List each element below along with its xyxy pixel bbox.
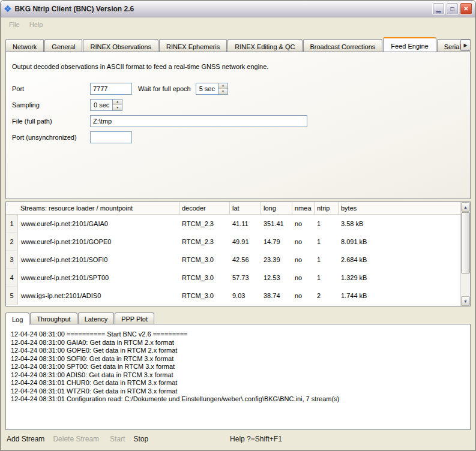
table-row[interactable]: 5 www.igs-ip.net:2101/ADIS0 RTCM_3.0 9.0… (6, 287, 460, 305)
cell-lat: 57.73 (229, 274, 261, 281)
bottom-tab-bar: Log Throughput Latency PPP Plot (5, 312, 471, 324)
maximize-button[interactable]: □ (446, 2, 459, 15)
cell-decoder: RTCM_2.3 (179, 238, 229, 245)
file-path-input[interactable] (90, 115, 307, 127)
cell-ntrip: 1 (314, 238, 338, 245)
log-line: 12-04-24 08:31:00 ADIS0: Get data in RTC… (11, 371, 465, 380)
tab-throughput[interactable]: Throughput (30, 312, 77, 324)
cell-nmea: no (292, 274, 314, 281)
spin-down-icon[interactable]: ▼ (113, 105, 122, 110)
tab-network[interactable]: Network (5, 39, 44, 52)
streams-table: Streams: resource loader / mountpoint de… (5, 202, 471, 306)
wait-for-full-epoch-label: Wait for full epoch (138, 85, 191, 92)
minimize-button[interactable]: ▁ (432, 2, 445, 15)
titlebar: ❖ BKG Ntrip Client (BNC) Version 2.6 ▁ □… (1, 1, 475, 17)
header-nmea: nmea (292, 202, 314, 214)
menu-help[interactable]: Help (25, 19, 48, 30)
wait-epoch-spinner[interactable]: 5 sec ▲ ▼ (196, 83, 228, 95)
row-number: 1 (6, 215, 18, 233)
port-label: Port (12, 85, 90, 92)
spin-up-icon[interactable]: ▲ (218, 83, 227, 89)
cell-nmea: no (292, 292, 314, 299)
cell-lat: 49.91 (229, 238, 261, 245)
log-line: 12-04-24 08:31:01 WTZR0: Get data in RTC… (11, 387, 465, 396)
file-row: File (full path) (12, 115, 464, 127)
menu-bar: File Help (1, 17, 475, 32)
log-line: 12-04-24 08:31:00 ========== Start BNC v… (11, 330, 465, 339)
tab-broadcast-corrections[interactable]: Broadcast Corrections (303, 39, 383, 52)
scroll-down-icon[interactable]: ▼ (461, 296, 470, 306)
delete-stream-button[interactable]: Delete Stream (53, 435, 99, 443)
tab-rinex-editing-qc[interactable]: RINEX Editing & QC (227, 39, 302, 52)
tab-latency[interactable]: Latency (78, 312, 115, 324)
close-button[interactable]: ✕ (460, 2, 472, 15)
streams-table-grid: Streams: resource loader / mountpoint de… (6, 202, 460, 306)
log-line: 12-04-24 08:31:01 CHUR0: Get data in RTC… (11, 379, 465, 387)
cell-decoder: RTCM_3.0 (179, 274, 229, 281)
cell-mountpoint: www.euref-ip.net:2101/GOPE0 (18, 238, 179, 245)
tab-rinex-observations[interactable]: RINEX Observations (83, 39, 158, 52)
wait-epoch-value: 5 sec (196, 83, 218, 94)
add-stream-button[interactable]: Add Stream (7, 435, 44, 443)
spinner-buttons: ▲ ▼ (218, 83, 227, 94)
menu-file[interactable]: File (4, 19, 25, 30)
file-path-label: File (full path) (12, 118, 90, 125)
cell-decoder: RTCM_3.0 (179, 292, 229, 299)
cell-long: 23.39 (261, 256, 292, 263)
pane-description: Output decoded observations in ASCII for… (12, 63, 464, 70)
scrollbar-thumb[interactable] (461, 212, 470, 273)
app-icon: ❖ (4, 4, 11, 14)
header-ntrip: ntrip (314, 202, 338, 214)
tab-feed-engine[interactable]: Feed Engine (383, 37, 436, 52)
tab-ppp-plot[interactable]: PPP Plot (115, 312, 154, 324)
cell-bytes: 8.091 kB (338, 238, 460, 245)
table-row[interactable]: 3 www.euref-ip.net:2101/SOFI0 RTCM_3.0 4… (6, 251, 460, 269)
tab-scroll-right-button[interactable]: ▶ (460, 40, 471, 51)
cell-ntrip: 2 (314, 292, 338, 299)
table-row[interactable]: 1 www.euref-ip.net:2101/GAIA0 RTCM_2.3 4… (6, 215, 460, 233)
cell-long: 14.79 (261, 238, 292, 245)
port-row: Port Wait for full epoch 5 sec ▲ ▼ (12, 82, 464, 95)
row-number: 2 (6, 233, 18, 251)
tab-rinex-ephemeris[interactable]: RINEX Ephemeris (159, 39, 227, 52)
header-bytes: bytes (338, 202, 460, 214)
port-input[interactable] (90, 83, 132, 95)
cell-mountpoint: www.igs-ip.net:2101/ADIS0 (18, 292, 179, 299)
cell-nmea: no (292, 220, 314, 227)
cell-mountpoint: www.euref-ip.net:2101/SOFI0 (18, 256, 179, 263)
sampling-spinner[interactable]: 0 sec ▲ ▼ (90, 99, 122, 111)
cell-bytes: 1.744 kB (338, 292, 460, 299)
cell-ntrip: 1 (314, 256, 338, 263)
cell-bytes: 3.58 kB (338, 220, 460, 227)
spin-down-icon[interactable]: ▼ (218, 89, 227, 94)
header-long: long (261, 202, 292, 214)
cell-mountpoint: www.euref-ip.net:2101/SPT00 (18, 274, 179, 281)
cell-decoder: RTCM_2.3 (179, 220, 229, 227)
cell-lat: 42.56 (229, 256, 261, 263)
table-row[interactable]: 2 www.euref-ip.net:2101/GOPE0 RTCM_2.3 4… (6, 233, 460, 251)
scroll-up-icon[interactable]: ▲ (461, 202, 470, 212)
cell-lat: 41.11 (229, 220, 261, 227)
log-pane: 12-04-24 08:31:00 ========== Start BNC v… (5, 324, 471, 430)
cell-ntrip: 1 (314, 220, 338, 227)
cell-bytes: 2.684 kB (338, 256, 460, 263)
spin-up-icon[interactable]: ▲ (113, 100, 122, 106)
header-lat: lat (229, 202, 261, 214)
window-controls: ▁ □ ✕ (432, 2, 472, 15)
table-row[interactable]: 4 www.euref-ip.net:2101/SPT00 RTCM_3.0 5… (6, 269, 460, 287)
sampling-row: Sampling 0 sec ▲ ▼ (12, 98, 464, 111)
tab-log[interactable]: Log (5, 312, 29, 324)
cell-long: 12.53 (261, 274, 292, 281)
header-decoder: decoder (179, 202, 229, 214)
cell-mountpoint: www.euref-ip.net:2101/GAIA0 (18, 220, 179, 227)
port-unsynchronized-input[interactable] (90, 131, 132, 143)
row-number: 3 (6, 251, 18, 269)
table-scrollbar[interactable]: ▲ ▼ (460, 202, 470, 306)
main-tab-bar: Network General RINEX Observations RINEX… (5, 37, 471, 52)
stop-button[interactable]: Stop (133, 435, 148, 443)
start-button[interactable]: Start (110, 435, 125, 443)
window-title: BKG Ntrip Client (BNC) Version 2.6 (14, 5, 134, 13)
row-number: 5 (6, 287, 18, 305)
table-corner (6, 202, 18, 214)
tab-general[interactable]: General (44, 39, 82, 52)
